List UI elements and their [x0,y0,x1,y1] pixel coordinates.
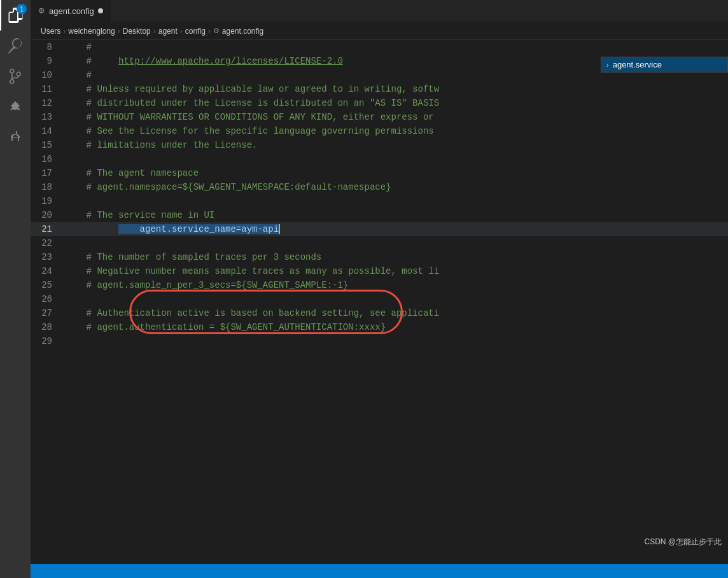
editor-area: ⚙ agent.config Users › weichenglong › De… [31,0,728,578]
line-num-22: 22 [31,238,62,248]
tab-label: agent.config [49,6,94,16]
line-content-26 [62,294,728,304]
notification-badge: 1 [17,4,27,14]
line-num-17: 17 [31,168,62,178]
autocomplete-popup[interactable]: › agent.service [601,57,728,73]
line-num-24: 24 [31,266,62,276]
line-num-13: 13 [31,112,62,122]
line-23: 23 # The number of sampled traces per 3 … [31,250,728,264]
activity-search[interactable] [0,31,31,61]
line-num-15: 15 [31,140,62,150]
line-19: 19 [31,194,728,208]
line-24: 24 # Negative number means sample traces… [31,264,728,278]
breadcrumb-agent-config: agent.config [222,27,263,36]
activity-debug[interactable] [0,92,31,122]
line-content-23: # The number of sampled traces per 3 sec… [62,252,728,262]
line-content-11: # Unless required by applicable law or a… [62,84,728,94]
status-bar [31,564,728,578]
line-29: 29 [31,334,728,348]
line-16: 16 [31,152,728,166]
config-icon: ⚙ [38,6,45,15]
line-12: 12 # distributed under the License is di… [31,96,728,110]
modified-dot [98,8,103,13]
activity-files[interactable]: 1 [0,0,31,31]
line-content-28: # agent.authentication = ${SW_AGENT_AUTH… [62,322,728,332]
line-content-19 [62,196,728,206]
breadcrumb-agent: agent [158,27,178,36]
line-content-14: # See the License for the specific langu… [62,126,728,136]
line-13: 13 # WITHOUT WARRANTIES OR CONDITIONS OF… [31,110,728,124]
line-content-15: # limitations under the License. [62,140,728,150]
text-cursor [279,224,280,234]
line-14: 14 # See the License for the specific la… [31,124,728,138]
watermark: CSDN @怎能止步于此 [644,537,722,547]
line-num-10: 10 [31,70,62,80]
line-num-16: 16 [31,154,62,164]
breadcrumb-users: Users [41,27,60,36]
line-content-17: # The agent namespace [62,168,728,178]
line-21: 21 agent.service_name=aym-api [31,222,728,236]
line-content-27: # Authentication active is based on back… [62,308,728,318]
config-file-icon: ⚙ [213,27,220,35]
code-lines: 8 # 9 # http://www.apache.org/licenses/L… [31,40,728,348]
breadcrumb-config: config [185,27,206,36]
line-28: 28 # agent.authentication = ${SW_AGENT_A… [31,320,728,334]
tab-bar: ⚙ agent.config [31,0,728,22]
line-content-12: # distributed under the License is distr… [62,98,728,108]
line-content-18: # agent.namespace=${SW_AGENT_NAMESPACE:d… [62,182,728,192]
line-num-18: 18 [31,182,62,192]
line-27: 27 # Authentication active is based on b… [31,306,728,320]
line-num-12: 12 [31,98,62,108]
breadcrumb-weichenglong: weichenglong [68,27,115,36]
line-num-11: 11 [31,84,62,94]
autocomplete-item-agent-service[interactable]: › agent.service [601,57,727,72]
line-num-20: 20 [31,210,62,220]
line-num-28: 28 [31,322,62,332]
line-num-26: 26 [31,294,62,304]
line-content-24: # Negative number means sample traces as… [62,266,728,276]
line-num-27: 27 [31,308,62,318]
line-content-25: # agent.sample_n_per_3_secs=${SW_AGENT_S… [62,280,728,290]
activity-bar: 1 [0,0,31,578]
line-num-19: 19 [31,196,62,206]
autocomplete-label: agent.service [613,60,662,69]
line-8: 8 # [31,40,728,54]
line-22: 22 [31,236,728,250]
line-num-8: 8 [31,42,62,52]
activity-extensions[interactable] [0,122,31,153]
line-num-9: 9 [31,56,62,66]
line-content-29 [62,336,728,346]
line-11: 11 # Unless required by applicable law o… [31,82,728,96]
line-content-22 [62,238,728,248]
activity-scm[interactable] [0,61,31,92]
line-26: 26 [31,292,728,306]
line-content-13: # WITHOUT WARRANTIES OR CONDITIONS OF AN… [62,112,728,122]
line-num-25: 25 [31,280,62,290]
line-num-29: 29 [31,336,62,346]
line-15: 15 # limitations under the License. [31,138,728,152]
line-content-16 [62,154,728,164]
breadcrumb-desktop: Desktop [123,27,151,36]
line-num-23: 23 [31,252,62,262]
line-18: 18 # agent.namespace=${SW_AGENT_NAMESPAC… [31,180,728,194]
line-num-21: 21 [31,224,62,234]
code-editor[interactable]: › agent.service 8 # 9 # http://www.apach… [31,40,728,564]
line-num-14: 14 [31,126,62,136]
breadcrumb: Users › weichenglong › Desktop › agent ›… [31,22,728,40]
tab-agent-config[interactable]: ⚙ agent.config [31,0,111,22]
line-25: 25 # agent.sample_n_per_3_secs=${SW_AGEN… [31,278,728,292]
autocomplete-arrow-icon: › [606,61,609,69]
line-17: 17 # The agent namespace [31,166,728,180]
line-content-8: # [62,42,728,52]
